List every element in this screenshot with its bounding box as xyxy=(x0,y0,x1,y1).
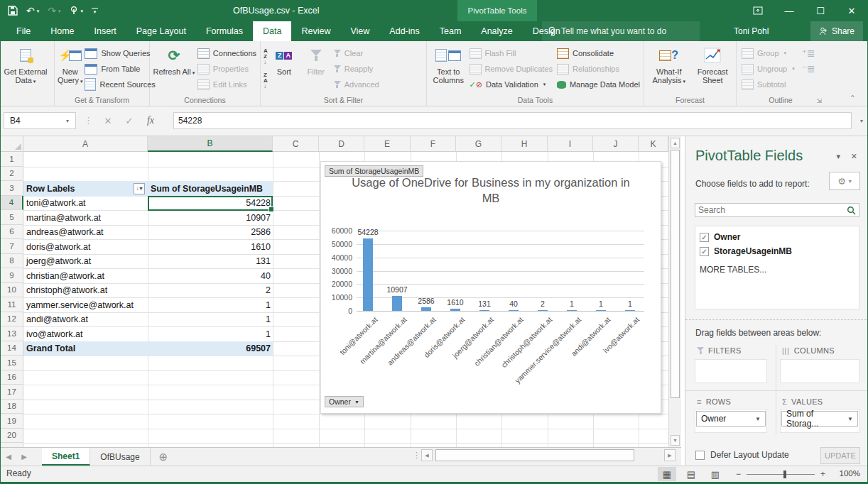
tools-gear-button[interactable]: ⚙▾ xyxy=(829,172,860,190)
redo-button[interactable]: ↷▾ xyxy=(48,6,60,16)
zoom-out-icon[interactable]: − xyxy=(736,469,741,479)
cancel-entry-icon[interactable]: ✕ xyxy=(99,112,117,129)
insert-function-icon[interactable]: fx xyxy=(141,112,160,129)
undo-button[interactable]: ↶▾ xyxy=(26,6,39,16)
pivot-row-value[interactable]: 1 xyxy=(148,326,273,342)
manage-data-model-button[interactable]: Manage Data Model xyxy=(555,77,642,92)
field-item-owner[interactable]: ✓Owner xyxy=(700,230,855,244)
chart-title[interactable]: Usage of OneDrive for Business in my org… xyxy=(349,175,632,206)
columns-drop-area[interactable] xyxy=(780,359,859,383)
ribbon-tab-insert[interactable]: Insert xyxy=(85,21,126,41)
pivot-grand-total-value[interactable]: 69507 xyxy=(148,341,273,357)
forecast-sheet-button[interactable]: Forecast Sheet xyxy=(691,44,735,84)
pivot-row-value[interactable]: 131 xyxy=(148,254,273,270)
update-button[interactable]: UPDATE xyxy=(820,447,860,464)
scroll-left-icon[interactable]: ◀ xyxy=(421,449,433,461)
row-header-15[interactable]: 15 xyxy=(1,356,23,370)
new-sheet-button[interactable]: ⊕ xyxy=(151,448,176,466)
row-header-8[interactable]: 8 xyxy=(1,254,23,269)
text-to-columns-button[interactable]: Text to Columns xyxy=(430,44,467,84)
properties-button[interactable]: Properties xyxy=(195,61,259,77)
column-header-h[interactable]: H xyxy=(501,136,548,152)
pivot-row-label[interactable]: christoph@atwork.at xyxy=(23,283,148,299)
pivot-row-label[interactable]: yammer.service@atwork.at xyxy=(23,297,148,313)
column-header-c[interactable]: C xyxy=(273,136,319,152)
page-break-view-button[interactable]: ▥ xyxy=(706,467,725,481)
group-button[interactable]: Group▾ xyxy=(739,45,797,61)
undo-caret-icon[interactable]: ▾ xyxy=(37,9,40,13)
flash-fill-button[interactable]: Flash Fill xyxy=(467,45,555,61)
column-header-e[interactable]: E xyxy=(364,136,411,152)
formula-input[interactable]: 54228 xyxy=(173,112,852,129)
data-validation-button[interactable]: ✓⊘Data Validation▾ xyxy=(467,77,555,92)
row-header-12[interactable]: 12 xyxy=(1,312,23,327)
row-header-11[interactable]: 11 xyxy=(1,297,23,312)
customize-qat-button[interactable]: ▾ xyxy=(92,8,98,14)
ribbon-display-options-button[interactable] xyxy=(742,0,774,21)
row-header-3[interactable]: 3 xyxy=(1,181,23,196)
sheet-tab-sheet1[interactable]: Sheet1 xyxy=(42,448,90,466)
zoom-in-icon[interactable]: + xyxy=(820,469,825,479)
row-header-14[interactable]: 14 xyxy=(1,341,23,356)
select-all-corner[interactable] xyxy=(1,136,23,152)
row-header-2[interactable]: 2 xyxy=(1,167,23,182)
remove-duplicates-button[interactable]: Remove Duplicates xyxy=(467,61,555,77)
sort-button[interactable]: ZA Sort xyxy=(268,44,300,76)
ribbon-tab-home[interactable]: Home xyxy=(40,21,84,41)
pivot-row-label[interactable]: joerg@atwork.at xyxy=(23,254,148,270)
column-header-i[interactable]: I xyxy=(548,136,593,152)
row-header-16[interactable]: 16 xyxy=(1,370,23,385)
panel-options-caret-icon[interactable]: ▾ xyxy=(836,152,840,161)
name-box-caret-icon[interactable]: ▾ xyxy=(66,118,69,124)
pivot-row-label[interactable]: christian@atwork.at xyxy=(23,268,148,284)
row-header-18[interactable]: 18 xyxy=(1,400,23,414)
ungroup-button[interactable]: Ungroup▾ xyxy=(739,61,797,77)
column-header-k[interactable]: K xyxy=(639,136,668,152)
scroll-right-icon[interactable]: ▶ xyxy=(664,449,676,461)
pivot-row-label[interactable]: ivo@atwork.at xyxy=(23,326,148,342)
maximize-button[interactable]: ☐ xyxy=(805,0,836,21)
column-header-f[interactable]: F xyxy=(411,136,456,152)
ribbon-tab-review[interactable]: Review xyxy=(291,21,340,41)
get-external-data-button[interactable]: Get External Data▾ xyxy=(4,44,48,86)
ribbon-tab-add-ins[interactable]: Add-ins xyxy=(379,21,429,41)
minimize-button[interactable]: — xyxy=(774,0,805,21)
row-header-9[interactable]: 9 xyxy=(1,268,23,283)
worksheet-grid[interactable]: ABCDEFGHIJK 1234567891011121314151617181… xyxy=(1,136,668,447)
selected-cell-outline[interactable] xyxy=(148,196,273,211)
field-checkbox-owner[interactable]: ✓ xyxy=(700,233,709,242)
pivot-row-label[interactable]: martina@atwork.at xyxy=(23,210,148,226)
field-item-storageusageinmb[interactable]: ✓StorageUsageinMB xyxy=(700,244,855,258)
from-table-button[interactable]: From Table xyxy=(82,61,157,77)
normal-view-button[interactable]: ▦ xyxy=(658,467,676,481)
vertical-scrollbar[interactable]: ▲ ▼ xyxy=(668,136,681,447)
pivot-chart[interactable]: Sum of StorageUsageinMB Usage of OneDriv… xyxy=(320,161,661,414)
vertical-scroll-thumb[interactable] xyxy=(671,150,680,398)
formula-bar-expand-icon[interactable]: ▾ xyxy=(860,118,863,124)
column-header-j[interactable]: J xyxy=(593,136,639,152)
pivot-row-value[interactable]: 1 xyxy=(148,297,273,313)
row-header-10[interactable]: 10 xyxy=(1,283,23,298)
search-icon[interactable] xyxy=(847,206,856,215)
name-box[interactable]: B4 xyxy=(4,112,76,129)
pivot-row-value[interactable]: 40 xyxy=(148,268,273,284)
row-header-17[interactable]: 17 xyxy=(1,385,23,400)
share-button[interactable]: Share xyxy=(810,21,863,41)
show-queries-button[interactable]: Show Queries xyxy=(82,45,157,61)
column-header-d[interactable]: D xyxy=(319,136,364,152)
pivot-row-label[interactable]: andi@atwork.at xyxy=(23,312,148,328)
field-checkbox-storageusageinmb[interactable]: ✓ xyxy=(700,247,709,256)
ribbon-tab-view[interactable]: View xyxy=(340,21,379,41)
page-layout-view-button[interactable]: ▤ xyxy=(682,467,700,481)
enter-entry-icon[interactable]: ✓ xyxy=(120,112,139,129)
pivot-header-sum[interactable]: Sum of StorageUsageinMB xyxy=(148,181,273,197)
tell-me-box[interactable]: Tell me what you want to do xyxy=(542,21,700,41)
pivot-row-value[interactable]: 1610 xyxy=(148,239,273,255)
pivot-row-value[interactable]: 2 xyxy=(148,283,273,299)
pivot-row-label[interactable]: doris@atwork.at xyxy=(23,239,148,255)
pivot-row-label[interactable]: toni@atwork.at xyxy=(23,196,148,211)
column-header-a[interactable]: A xyxy=(23,136,148,152)
ribbon-tab-analyze[interactable]: Analyze xyxy=(471,21,522,41)
row-header-13[interactable]: 13 xyxy=(1,326,23,341)
defer-layout-checkbox[interactable] xyxy=(695,451,705,460)
